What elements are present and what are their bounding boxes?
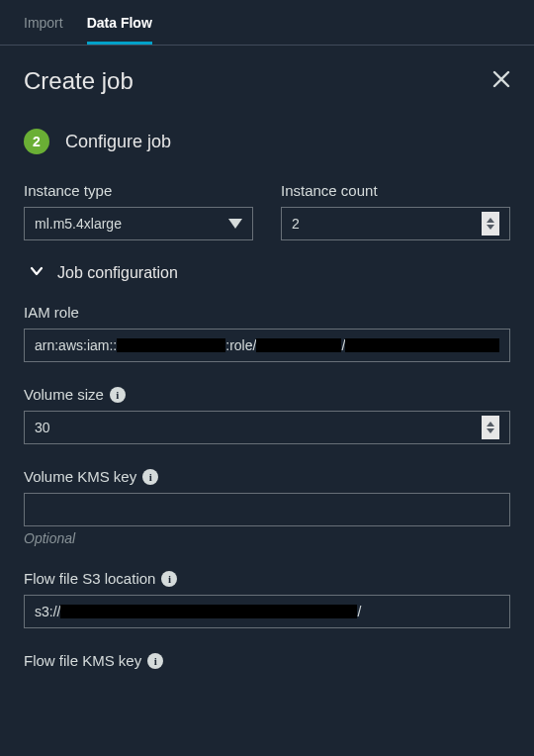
tab-data-flow[interactable]: Data Flow (87, 0, 152, 45)
volume-kms-input[interactable] (24, 493, 510, 526)
instance-count-field: Instance count 2 (281, 182, 510, 240)
volume-kms-field: Volume KMS key i Optional (24, 468, 510, 546)
instance-count-value: 2 (292, 216, 300, 232)
info-icon[interactable]: i (142, 469, 158, 485)
instance-type-value: ml.m5.4xlarge (35, 216, 122, 232)
create-job-panel: Create job 2 Configure job Instance type… (0, 46, 534, 677)
flow-s3-field: Flow file S3 location i s3:// / (24, 570, 510, 628)
step-number: 2 (33, 134, 41, 149)
info-icon[interactable]: i (147, 653, 163, 669)
volume-size-input[interactable]: 30 (24, 411, 510, 444)
redacted-bucket (60, 605, 357, 618)
instance-type-field: Instance type ml.m5.4xlarge (24, 182, 253, 240)
redacted-path1 (256, 338, 341, 352)
volume-size-value: 30 (35, 420, 50, 435)
tab-import-label: Import (24, 15, 63, 31)
tab-data-flow-label: Data Flow (87, 15, 152, 31)
close-icon[interactable] (492, 70, 510, 92)
flow-s3-label: Flow file S3 location i (24, 570, 510, 587)
panel-title: Create job (24, 67, 134, 95)
tab-import[interactable]: Import (24, 0, 63, 45)
number-stepper-icon[interactable] (482, 416, 499, 439)
chevron-down-icon (228, 219, 242, 229)
instance-row: Instance type ml.m5.4xlarge Instance cou… (24, 182, 510, 240)
redacted-account (117, 338, 225, 352)
volume-kms-label: Volume KMS key i (24, 468, 510, 485)
instance-type-select[interactable]: ml.m5.4xlarge (24, 207, 253, 240)
instance-type-label: Instance type (24, 182, 253, 199)
tabs: Import Data Flow (0, 0, 534, 46)
job-configuration-expander[interactable]: Job configuration (30, 264, 510, 282)
instance-count-label: Instance count (281, 182, 510, 199)
chevron-down-icon (30, 264, 44, 282)
flow-s3-input[interactable]: s3:// / (24, 595, 510, 628)
iam-role-value: arn:aws:iam:: :role/ / (35, 337, 499, 353)
iam-role-field: IAM role arn:aws:iam:: :role/ / (24, 304, 510, 362)
info-icon[interactable]: i (161, 571, 177, 587)
job-configuration-label: Job configuration (57, 264, 178, 282)
iam-role-label: IAM role (24, 304, 510, 321)
step-number-badge: 2 (24, 129, 49, 154)
volume-size-label: Volume size i (24, 386, 510, 403)
flow-kms-label: Flow file KMS key i (24, 652, 510, 669)
iam-role-input[interactable]: arn:aws:iam:: :role/ / (24, 329, 510, 362)
info-icon[interactable]: i (110, 387, 126, 403)
volume-kms-helper: Optional (24, 530, 510, 546)
number-stepper-icon[interactable] (482, 212, 499, 236)
instance-count-input[interactable]: 2 (281, 207, 510, 240)
step-header: 2 Configure job (24, 129, 510, 154)
redacted-role (345, 338, 499, 352)
flow-s3-value: s3:// / (35, 604, 499, 619)
panel-header: Create job (24, 67, 510, 95)
step-title: Configure job (65, 132, 171, 152)
volume-size-field: Volume size i 30 (24, 386, 510, 444)
flow-kms-field: Flow file KMS key i (24, 652, 510, 677)
